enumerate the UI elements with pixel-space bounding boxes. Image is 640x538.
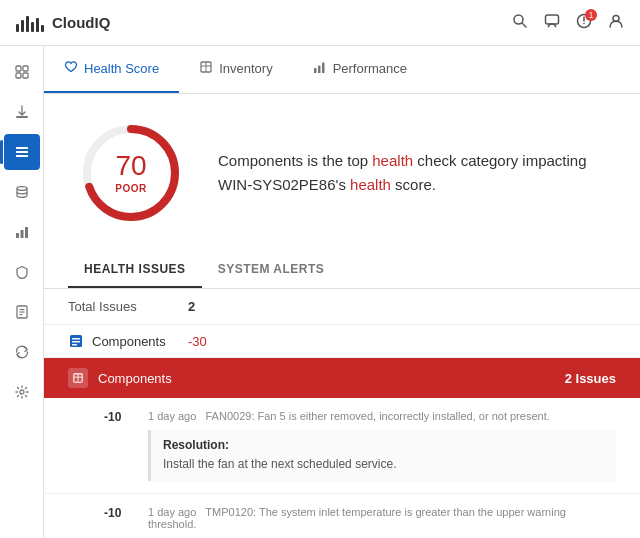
- component-issues-count: 2 Issues: [565, 371, 616, 386]
- score-rating: POOR: [115, 184, 146, 194]
- app-name: CloudIQ: [52, 14, 110, 31]
- svg-rect-17: [20, 230, 23, 238]
- sidebar-item-database[interactable]: [4, 174, 40, 210]
- health-highlight-1: health: [372, 152, 413, 169]
- topbar: CloudIQ 1: [0, 0, 640, 46]
- svg-rect-10: [23, 73, 28, 78]
- svg-rect-7: [16, 66, 21, 71]
- content-area: Health Score Inventory Performance: [44, 46, 640, 538]
- svg-line-1: [522, 23, 526, 27]
- svg-rect-28: [318, 66, 321, 74]
- tab-inventory-label: Inventory: [219, 61, 272, 76]
- alert-item-1: -10 1 day ago FAN0029: Fan 5 is either r…: [44, 398, 640, 494]
- alert-1-id: FAN0029: [206, 410, 252, 422]
- alert-2-content: 1 day ago TMP0120: The system inlet temp…: [148, 506, 616, 533]
- tabs-header: Health Score Inventory Performance: [44, 46, 640, 94]
- component-panel-title: Components: [98, 371, 172, 386]
- app-logo: CloudIQ: [16, 14, 110, 32]
- svg-rect-14: [16, 155, 28, 157]
- sub-tab-health-issues[interactable]: HEALTH ISSUES: [68, 252, 202, 288]
- total-issues-count: 2: [188, 299, 195, 314]
- component-header-left: Components: [68, 368, 172, 388]
- sidebar-item-download[interactable]: [4, 94, 40, 130]
- sidebar-item-settings[interactable]: [4, 374, 40, 410]
- resolution-1: Resolution: Install the fan at the next …: [148, 430, 616, 481]
- svg-rect-11: [16, 116, 28, 118]
- alert-2-id: TMP0120: [205, 506, 253, 518]
- alert-1-content: 1 day ago FAN0029: Fan 5 is either remov…: [148, 410, 616, 481]
- issue-component-score: -30: [188, 334, 228, 349]
- alert-1-text: Fan 5 is either removed, incorrectly ins…: [258, 410, 550, 422]
- component-header: Components 2 Issues: [44, 358, 640, 398]
- issues-table: Total Issues 2 Components -30: [44, 289, 640, 538]
- resolution-1-title: Resolution:: [163, 438, 604, 452]
- health-score-icon: [64, 60, 78, 77]
- tab-performance[interactable]: Performance: [293, 46, 427, 93]
- alert-item-2: -10 1 day ago TMP0120: The system inlet …: [44, 494, 640, 538]
- score-number: 70: [115, 150, 146, 181]
- issue-component-name: Components: [92, 334, 166, 349]
- alert-1-meta: 1 day ago FAN0029: Fan 5 is either remov…: [148, 410, 616, 422]
- alert-1-header: -10 1 day ago FAN0029: Fan 5 is either r…: [104, 410, 616, 481]
- sidebar: [0, 46, 44, 538]
- sidebar-item-shield[interactable]: [4, 254, 40, 290]
- svg-rect-2: [546, 15, 559, 24]
- user-icon[interactable]: [608, 13, 624, 33]
- tab-inventory[interactable]: Inventory: [179, 46, 292, 93]
- sidebar-item-document[interactable]: [4, 294, 40, 330]
- sidebar-item-chart[interactable]: [4, 214, 40, 250]
- sidebar-item-grid[interactable]: [4, 54, 40, 90]
- component-panel: Components 2 Issues -10 1 day ago FAN002…: [44, 358, 640, 538]
- logo-icon: [16, 14, 44, 32]
- search-icon[interactable]: [512, 13, 528, 33]
- sub-tab-system-alerts[interactable]: SYSTEM ALERTS: [202, 252, 341, 288]
- svg-rect-18: [25, 227, 28, 238]
- svg-rect-16: [16, 233, 19, 238]
- inventory-icon: [199, 60, 213, 77]
- svg-rect-35: [72, 344, 77, 346]
- svg-rect-13: [16, 151, 28, 153]
- sub-tabs: HEALTH ISSUES SYSTEM ALERTS: [44, 252, 640, 289]
- performance-icon: [313, 60, 327, 77]
- svg-point-23: [20, 390, 24, 394]
- health-highlight-2: health: [350, 176, 391, 193]
- component-issue-row[interactable]: Components -30: [44, 325, 640, 358]
- alert-2-score: -10: [104, 506, 136, 520]
- svg-rect-29: [322, 63, 325, 74]
- svg-rect-12: [16, 147, 28, 149]
- component-header-icon: [68, 368, 88, 388]
- svg-point-5: [583, 22, 585, 24]
- score-circle: 70 POOR: [76, 118, 186, 228]
- sidebar-item-refresh[interactable]: [4, 334, 40, 370]
- score-text: 70 POOR: [115, 152, 146, 194]
- alert-2-meta: 1 day ago TMP0120: The system inlet temp…: [148, 506, 616, 530]
- svg-rect-27: [314, 68, 317, 73]
- total-issues-row: Total Issues 2: [44, 289, 640, 325]
- total-issues-label: Total Issues: [68, 299, 188, 314]
- alert-1-score: -10: [104, 410, 136, 424]
- sidebar-item-list[interactable]: [4, 134, 40, 170]
- svg-rect-34: [72, 341, 80, 343]
- tab-health-score-label: Health Score: [84, 61, 159, 76]
- main-layout: Health Score Inventory Performance: [0, 46, 640, 538]
- issue-name: Components: [68, 333, 188, 349]
- svg-point-15: [17, 187, 27, 191]
- chat-icon[interactable]: [544, 13, 560, 33]
- notification-badge: 1: [585, 9, 597, 21]
- tab-performance-label: Performance: [333, 61, 407, 76]
- notifications-icon[interactable]: 1: [576, 13, 592, 33]
- content-body: 70 POOR Components is the top health che…: [44, 94, 640, 538]
- score-description: Components is the top health check categ…: [218, 149, 608, 197]
- topbar-icons: 1: [512, 13, 624, 33]
- svg-rect-8: [23, 66, 28, 71]
- resolution-1-text: Install the fan at the next scheduled se…: [163, 456, 604, 473]
- svg-rect-9: [16, 73, 21, 78]
- score-section: 70 POOR Components is the top health che…: [44, 94, 640, 252]
- svg-rect-33: [72, 338, 80, 340]
- tab-health-score[interactable]: Health Score: [44, 46, 179, 93]
- alert-2-header: -10 1 day ago TMP0120: The system inlet …: [104, 506, 616, 533]
